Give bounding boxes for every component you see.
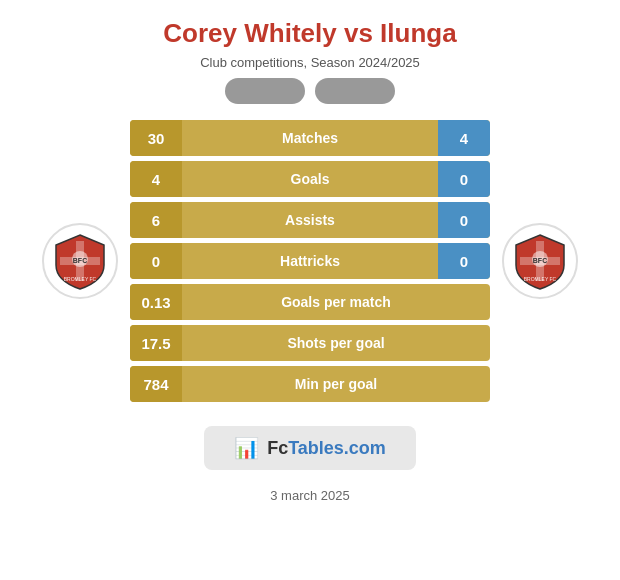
stat-left-value: 4 (130, 161, 182, 197)
fctables-icon: 📊 (234, 436, 259, 460)
stat-row: 30Matches4 (130, 120, 490, 156)
stat-label: Goals per match (182, 294, 490, 310)
stat-row: 17.5Shots per goal (130, 325, 490, 361)
stat-right-value: 0 (438, 202, 490, 238)
stat-left-value: 0 (130, 243, 182, 279)
date-footer: 3 march 2025 (270, 484, 350, 513)
stat-left-value: 784 (130, 366, 182, 402)
stat-row: 4Goals0 (130, 161, 490, 197)
stat-right-value: 0 (438, 161, 490, 197)
svg-text:BROMLEY FC: BROMLEY FC (64, 276, 97, 282)
stat-row: 784Min per goal (130, 366, 490, 402)
top-decorative-badges (225, 78, 395, 104)
stat-label: Min per goal (182, 376, 490, 392)
stat-label: Shots per goal (182, 335, 490, 351)
stats-table: 30Matches44Goals06Assists00Hattricks00.1… (130, 120, 490, 402)
stat-left-value: 30 (130, 120, 182, 156)
stat-left-value: 6 (130, 202, 182, 238)
header: Corey Whitely vs Ilunga Club competition… (143, 0, 476, 78)
subtitle: Club competitions, Season 2024/2025 (163, 55, 456, 70)
stat-left-value: 17.5 (130, 325, 182, 361)
left-pill (225, 78, 305, 104)
fctables-logo: 📊 FcTables.com (204, 426, 416, 470)
svg-text:BFC: BFC (73, 257, 87, 264)
stat-row: 0.13Goals per match (130, 284, 490, 320)
stat-left-value: 0.13 (130, 284, 182, 320)
page-title: Corey Whitely vs Ilunga (163, 18, 456, 49)
stat-label: Assists (182, 212, 438, 228)
stat-right-value: 4 (438, 120, 490, 156)
right-team-badge-container: BFC BROMLEY FC (490, 223, 590, 299)
left-team-badge: BFC BROMLEY FC (42, 223, 118, 299)
stat-label: Matches (182, 130, 438, 146)
fctables-text: FcTables.com (267, 438, 386, 459)
right-pill (315, 78, 395, 104)
svg-text:BROMLEY FC: BROMLEY FC (524, 276, 557, 282)
stat-right-value: 0 (438, 243, 490, 279)
stat-row: 0Hattricks0 (130, 243, 490, 279)
stat-label: Goals (182, 171, 438, 187)
left-team-badge-container: BFC BROMLEY FC (30, 223, 130, 299)
svg-text:BFC: BFC (533, 257, 547, 264)
main-content: BFC BROMLEY FC 30Matches44Goals06Assists… (0, 110, 620, 412)
stat-label: Hattricks (182, 253, 438, 269)
stat-row: 6Assists0 (130, 202, 490, 238)
right-team-badge: BFC BROMLEY FC (502, 223, 578, 299)
